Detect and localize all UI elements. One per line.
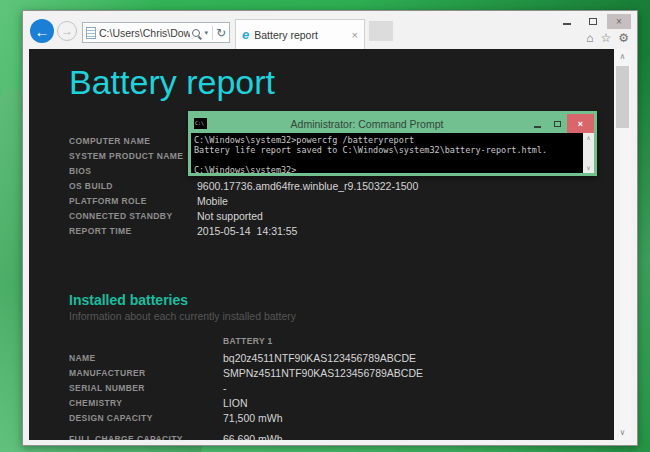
cmd-scrollbar[interactable]: ∧ ∨ [583,133,594,173]
table-row: OS BUILD 9600.17736.amd64fre.winblue_r9.… [69,178,418,193]
browser-window: ← → C:\Users\Chris\Downloads\battery ▾ ↻… [22,10,638,446]
maximize-icon [589,18,597,25]
row-value: - [223,382,227,394]
row-value: bq20z4511NTF90KAS123456789ABCDE [223,352,416,364]
cmd-window-title: Administrator: Command Prompt [207,118,527,130]
ie-logo-icon: e [242,28,249,41]
favorites-star-icon[interactable]: ☆ [600,31,611,45]
battery-report-page: Battery report COMPUTER NAME SYSTEM PROD… [29,49,614,440]
table-row: SERIAL NUMBER - [69,380,423,395]
maximize-button[interactable] [581,14,605,29]
cmd-maximize-button[interactable] [547,114,567,133]
cmd-line: Battery life report saved to C:\Windows\… [194,145,547,155]
cmd-maximize-icon [554,121,561,127]
scroll-down-icon[interactable]: ∨ [614,425,631,440]
cmd-titlebar[interactable]: C:\ Administrator: Command Prompt × [191,114,594,133]
forward-button[interactable]: → [57,21,77,41]
row-label: MANUFACTURER [69,368,223,378]
browser-scrollbar[interactable]: ∧ ∨ [614,49,631,440]
row-label: OS BUILD [69,181,197,191]
table-row: DESIGN CAPACITY 71,500 mWh [69,410,423,425]
back-button[interactable]: ← [30,19,54,43]
row-label: BIOS [69,166,197,176]
page-icon [86,27,96,39]
back-arrow-icon: ← [35,23,50,40]
window-controls: × [555,13,631,29]
command-prompt-window: C:\ Administrator: Command Prompt × C:\W… [188,111,597,176]
address-url[interactable]: C:\Users\Chris\Downloads\battery [99,27,190,39]
row-value: SMPNz4511NTF90KAS123456789ABCDE [223,367,423,379]
row-value: 71,500 mWh [223,412,283,424]
cmd-close-icon: × [578,119,583,129]
new-tab-button[interactable] [369,21,393,41]
minimize-button[interactable] [555,14,579,29]
close-icon: × [616,16,622,27]
table-row: MANUFACTURER SMPNz4511NTF90KAS123456789A… [69,365,423,380]
row-value: 9600.17736.amd64fre.winblue_r9.150322-15… [197,180,418,192]
row-label: COMPUTER NAME [69,136,197,146]
table-row: FULL CHARGE CAPACITY 66,690 mWh [69,431,423,440]
command-bar: ⌂ ☆ ⚙ [586,31,629,45]
row-label: DESIGN CAPACITY [69,413,223,423]
minimize-icon [563,23,571,25]
table-row: CONNECTED STANDBY Not supported [69,208,418,223]
refresh-icon[interactable]: ↻ [216,26,226,40]
close-button[interactable]: × [607,14,631,29]
row-label: CONNECTED STANDBY [69,211,197,221]
cmd-minimize-button[interactable] [527,114,547,133]
cmd-app-icon: C:\ [194,118,207,129]
table-row: NAME bq20z4511NTF90KAS123456789ABCDE [69,350,423,365]
table-row: REPORT TIME 2015-05-14 14:31:55 [69,223,418,238]
settings-gear-icon[interactable]: ⚙ [618,31,629,45]
row-value: Mobile [197,195,228,207]
row-value: 66,690 mWh [223,433,283,441]
chevron-down-icon[interactable]: ▾ [204,29,208,37]
cmd-terminal-output: C:\Windows\system32>powercfg /batteryrep… [191,133,594,173]
tab-close-icon[interactable]: × [352,29,358,41]
row-label: REPORT TIME [69,226,197,236]
row-label: CHEMISTRY [69,398,223,408]
cmd-line: C:\Windows\system32>powercfg /batteryrep… [194,135,414,145]
battery-info-table: NAME bq20z4511NTF90KAS123456789ABCDE MAN… [69,350,423,440]
row-label: SERIAL NUMBER [69,383,223,393]
row-label: FULL CHARGE CAPACITY [69,434,223,441]
installed-batteries-heading: Installed batteries [69,292,188,308]
row-value: LION [223,397,248,409]
row-label: PLATFORM ROLE [69,196,197,206]
installed-batteries-subtitle: Information about each currently install… [69,310,296,322]
scrollbar-thumb[interactable] [616,66,629,128]
cmd-scroll-down-icon[interactable]: ∨ [583,163,594,173]
forward-arrow-icon: → [61,24,73,38]
address-bar[interactable]: C:\Users\Chris\Downloads\battery ▾ ↻ [82,22,230,43]
cmd-scroll-up-icon[interactable]: ∧ [583,133,594,143]
battery-column-header: BATTERY 1 [223,336,273,346]
scroll-up-icon[interactable]: ∧ [614,49,631,64]
tab-battery-report[interactable]: e Battery report × [235,19,365,49]
tab-title: Battery report [254,29,346,41]
cmd-window-controls: × [527,114,594,133]
cmd-minimize-icon [534,126,541,128]
row-value: Not supported [197,210,263,222]
browser-toolbar: ← → C:\Users\Chris\Downloads\battery ▾ ↻… [23,11,637,49]
address-separator [212,26,213,40]
page-title: Battery report [69,63,275,102]
search-icon[interactable] [192,29,200,37]
cmd-close-button[interactable]: × [567,114,594,133]
table-row: PLATFORM ROLE Mobile [69,193,418,208]
home-icon[interactable]: ⌂ [586,31,593,45]
row-label: NAME [69,353,223,363]
desktop-background: ← → C:\Users\Chris\Downloads\battery ▾ ↻… [0,0,650,452]
table-row: CHEMISTRY LION [69,395,423,410]
cmd-line: C:\Windows\system32> [194,165,296,173]
row-label: SYSTEM PRODUCT NAME [69,151,197,161]
row-value: 2015-05-14 14:31:55 [197,225,297,237]
